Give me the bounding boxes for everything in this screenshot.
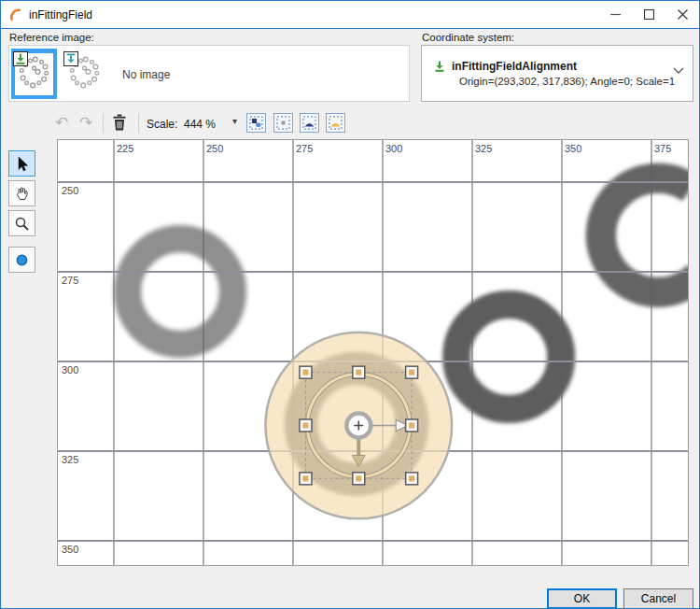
zoom-actual-size-icon xyxy=(276,116,290,130)
resize-handle-center xyxy=(302,370,308,375)
select-tool-button[interactable] xyxy=(8,150,35,177)
scale-value: 444 % xyxy=(184,118,216,131)
undo-icon: ↶ xyxy=(55,115,68,131)
download-arrow-icon xyxy=(14,52,27,65)
chevron-down-icon xyxy=(672,66,685,75)
x-axis-tick-label: 225 xyxy=(117,143,133,154)
y-axis-tick-label: 250 xyxy=(62,185,78,196)
import-image-badge xyxy=(63,51,78,66)
resize-handle-center xyxy=(409,370,414,375)
maximize-button[interactable] xyxy=(632,1,665,28)
fit-image-light-icon xyxy=(329,116,343,130)
x-axis-tick-label: 300 xyxy=(385,143,402,154)
toolbar-separator xyxy=(138,113,139,134)
ok-button[interactable]: OK xyxy=(547,588,617,609)
zoom-tool-button[interactable] xyxy=(8,210,35,236)
x-axis-tick-label: 250 xyxy=(206,143,223,154)
cancel-button[interactable]: Cancel xyxy=(623,588,693,609)
y-axis-tick-label: 325 xyxy=(62,454,78,465)
resize-handle-center xyxy=(302,475,308,481)
undo-button[interactable]: ↶ xyxy=(50,111,73,134)
fit-view-button[interactable] xyxy=(326,113,345,133)
close-icon xyxy=(678,9,688,20)
delete-button[interactable] xyxy=(108,111,131,134)
redo-button[interactable]: ↷ xyxy=(75,111,97,134)
y-axis-tick-label: 350 xyxy=(62,544,78,555)
circle-shape-icon xyxy=(14,252,30,268)
titlebar: inFittingField xyxy=(1,1,699,29)
scale-label: Scale: xyxy=(147,118,177,131)
no-image-label: No image xyxy=(122,68,170,81)
x-axis-tick-label: 325 xyxy=(475,143,492,154)
coordinate-system-dropdown[interactable]: inFittingFieldAlignment Origin=(293,302,… xyxy=(421,45,693,102)
zoom-actual-size-button[interactable] xyxy=(273,113,293,133)
zoom-to-selection-icon xyxy=(249,116,263,130)
pan-tool-button[interactable] xyxy=(8,180,35,206)
minimize-button[interactable] xyxy=(598,1,632,28)
close-button[interactable] xyxy=(665,1,699,28)
alignment-details: Origin=(293,302, 317,836); Angle=0; Scal… xyxy=(459,76,675,87)
fit-image-dark-icon xyxy=(302,116,316,130)
coordinate-system-label: Coordinate system: xyxy=(422,32,514,43)
ok-button-label: OK xyxy=(574,592,590,605)
circle-tool-button[interactable] xyxy=(8,247,35,273)
alignment-icon xyxy=(433,60,446,73)
redo-icon: ↷ xyxy=(79,115,92,131)
reference-image-label: Reference image: xyxy=(9,32,94,43)
y-axis-tick-label: 275 xyxy=(62,275,78,286)
resize-handle-center xyxy=(356,370,361,375)
minimize-icon xyxy=(610,9,621,20)
window-title: inFittingField xyxy=(29,8,92,21)
reference-image-box: No image xyxy=(8,45,410,102)
import-arrow-icon xyxy=(64,52,77,65)
reference-thumbnail-empty[interactable] xyxy=(62,49,107,99)
x-axis-tick-label: 275 xyxy=(296,143,313,154)
editor-toolbar: ↶ ↷ Scale: 444 % ▾ xyxy=(1,107,699,139)
cursor-icon xyxy=(14,156,30,172)
resize-handle-center xyxy=(409,422,414,428)
x-axis-tick-label: 375 xyxy=(654,143,671,154)
dialog-window: inFittingField Reference image: xyxy=(0,0,700,609)
cancel-button-label: Cancel xyxy=(641,592,676,605)
resize-handle-center xyxy=(409,475,414,481)
x-axis-tick-label: 350 xyxy=(565,143,581,154)
toolbar-separator xyxy=(103,113,104,134)
alignment-name: inFittingFieldAlignment xyxy=(452,60,577,73)
magnifier-icon xyxy=(14,216,30,232)
scale-dropdown-icon[interactable]: ▾ xyxy=(232,116,237,126)
app-logo-icon xyxy=(8,7,23,22)
maximize-icon xyxy=(644,9,654,20)
y-axis-tick-label: 300 xyxy=(62,364,78,375)
reference-thumbnail-selected[interactable] xyxy=(11,49,57,99)
zoom-to-selection-button[interactable] xyxy=(246,113,266,133)
hand-icon xyxy=(14,186,30,202)
resize-handle-center xyxy=(302,422,308,428)
resize-handle-center xyxy=(356,475,361,481)
loaded-image-badge xyxy=(13,51,28,66)
selection-annotation-layer xyxy=(58,140,689,566)
fit-image-button[interactable] xyxy=(300,113,319,133)
image-canvas[interactable]: 225250275300325350375250275300325350 xyxy=(57,139,689,566)
trash-icon xyxy=(112,114,127,131)
